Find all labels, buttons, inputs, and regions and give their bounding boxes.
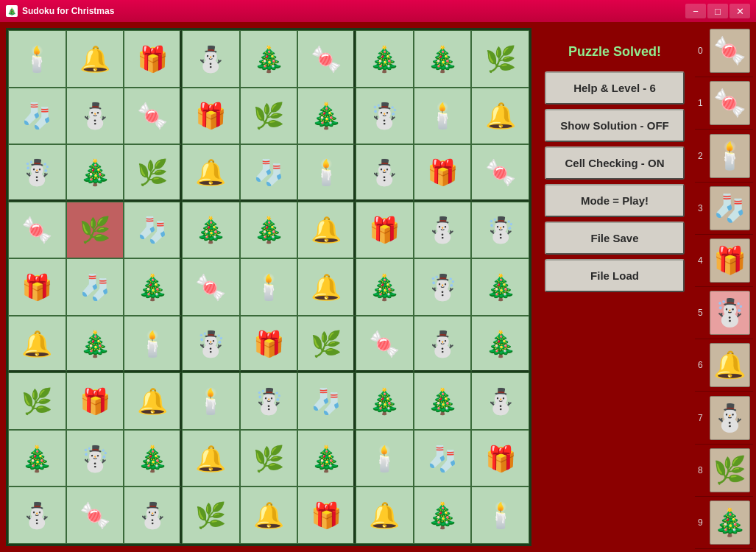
cell-6-4[interactable]: ☃️ [240, 372, 298, 430]
cell-0-4[interactable]: 🎄 [240, 30, 298, 88]
cell-0-6[interactable]: 🎄 [356, 30, 414, 88]
cell-8-5[interactable]: 🎁 [297, 486, 356, 544]
cell-2-6[interactable]: ⛄ [356, 144, 414, 202]
cell-1-1[interactable]: ⛄ [66, 88, 124, 145]
cell-8-0[interactable]: ⛄ [8, 486, 66, 544]
cell-6-8[interactable]: ⛄ [471, 372, 529, 430]
cell-4-7[interactable]: ☃️ [414, 258, 472, 316]
cell-5-7[interactable]: ⛄ [414, 316, 472, 373]
help-level-button[interactable]: Help & Level - 6 [545, 71, 685, 105]
cell-8-6[interactable]: 🔔 [356, 486, 414, 544]
cell-3-8[interactable]: ☃️ [471, 202, 529, 259]
cell-1-0[interactable]: 🧦 [8, 88, 66, 145]
file-load-button[interactable]: File Load [545, 259, 685, 292]
cell-0-8[interactable]: 🌿 [471, 30, 529, 88]
cell-5-3[interactable]: ☃️ [182, 316, 240, 373]
cell-1-2[interactable]: 🍬 [124, 88, 182, 145]
cell-8-7[interactable]: 🎄 [414, 486, 472, 544]
file-save-button[interactable]: File Save [545, 222, 685, 255]
cell-7-0[interactable]: 🎄 [8, 430, 66, 487]
cell-3-2[interactable]: 🧦 [124, 202, 182, 259]
cell-2-3[interactable]: 🔔 [182, 144, 240, 202]
cell-2-5[interactable]: 🕯️ [297, 144, 356, 202]
cell-2-2[interactable]: 🌿 [124, 144, 182, 202]
cell-checking-button[interactable]: Cell Checking - ON [545, 146, 685, 180]
cell-6-7[interactable]: 🎄 [414, 372, 472, 430]
side-icon-row-3[interactable]: 3🧦 [695, 183, 753, 235]
cell-2-4[interactable]: 🧦 [240, 144, 298, 202]
cell-7-8[interactable]: 🎁 [471, 430, 529, 487]
cell-1-4[interactable]: 🌿 [240, 88, 298, 145]
cell-8-2[interactable]: ⛄ [124, 486, 182, 544]
cell-4-1[interactable]: 🧦 [66, 258, 124, 316]
close-button[interactable]: ✕ [729, 4, 750, 18]
side-icon-row-1[interactable]: 1🍬 [695, 77, 753, 130]
cell-7-3[interactable]: 🔔 [182, 430, 240, 487]
cell-5-8[interactable]: 🎄 [471, 316, 529, 373]
cell-3-1[interactable]: 🌿 [66, 202, 124, 259]
cell-4-5[interactable]: 🔔 [297, 258, 356, 316]
cell-4-0[interactable]: 🎁 [8, 258, 66, 316]
side-icon-row-0[interactable]: 0🍬 [695, 25, 753, 77]
cell-3-0[interactable]: 🍬 [8, 202, 66, 259]
cell-1-3[interactable]: 🎁 [182, 88, 240, 145]
cell-6-2[interactable]: 🔔 [124, 372, 182, 430]
cell-4-2[interactable]: 🎄 [124, 258, 182, 316]
cell-7-1[interactable]: ☃️ [66, 430, 124, 487]
side-icon-row-7[interactable]: 7⛄ [695, 392, 753, 444]
cell-7-4[interactable]: 🌿 [240, 430, 298, 487]
cell-3-6[interactable]: 🎁 [356, 202, 414, 259]
cell-5-6[interactable]: 🍬 [356, 316, 414, 373]
cell-5-2[interactable]: 🕯️ [124, 316, 182, 373]
show-solution-button[interactable]: Show Solution - OFF [545, 109, 685, 142]
cell-0-0[interactable]: 🕯️ [8, 30, 66, 88]
cell-1-6[interactable]: ☃️ [356, 88, 414, 145]
cell-0-7[interactable]: 🎄 [414, 30, 472, 88]
cell-7-7[interactable]: 🧦 [414, 430, 472, 487]
cell-6-1[interactable]: 🎁 [66, 372, 124, 430]
cell-6-0[interactable]: 🌿 [8, 372, 66, 430]
cell-2-1[interactable]: 🎄 [66, 144, 124, 202]
cell-3-5[interactable]: 🔔 [297, 202, 356, 259]
cell-7-6[interactable]: 🕯️ [356, 430, 414, 487]
cell-5-5[interactable]: 🌿 [297, 316, 356, 373]
cell-7-5[interactable]: 🎄 [297, 430, 356, 487]
cell-8-1[interactable]: 🍬 [66, 486, 124, 544]
side-icon-row-4[interactable]: 4🎁 [695, 235, 753, 287]
cell-0-1[interactable]: 🔔 [66, 30, 124, 88]
cell-6-5[interactable]: 🧦 [297, 372, 356, 430]
cell-0-3[interactable]: ⛄ [182, 30, 240, 88]
cell-3-7[interactable]: ⛄ [414, 202, 472, 259]
cell-4-8[interactable]: 🎄 [471, 258, 529, 316]
cell-3-3[interactable]: 🎄 [182, 202, 240, 259]
cell-1-7[interactable]: 🕯️ [414, 88, 472, 145]
maximize-button[interactable]: □ [707, 4, 728, 18]
cell-8-4[interactable]: 🔔 [240, 486, 298, 544]
mode-play-button[interactable]: Mode = Play! [545, 184, 685, 217]
cell-2-0[interactable]: ☃️ [8, 144, 66, 202]
cell-2-8[interactable]: 🍬 [471, 144, 529, 202]
cell-5-1[interactable]: 🎄 [66, 316, 124, 373]
minimize-button[interactable]: − [685, 4, 706, 18]
cell-5-4[interactable]: 🎁 [240, 316, 298, 373]
cell-1-8[interactable]: 🔔 [471, 88, 529, 145]
cell-8-3[interactable]: 🌿 [182, 486, 240, 544]
cell-6-3[interactable]: 🕯️ [182, 372, 240, 430]
cell-4-4[interactable]: 🕯️ [240, 258, 298, 316]
cell-0-5[interactable]: 🍬 [297, 30, 356, 88]
cell-5-0[interactable]: 🔔 [8, 316, 66, 373]
cell-4-3[interactable]: 🍬 [182, 258, 240, 316]
side-icon-row-8[interactable]: 8🌿 [695, 445, 753, 497]
cell-8-8[interactable]: 🕯️ [471, 486, 529, 544]
side-icon-row-5[interactable]: 5☃️ [695, 287, 753, 339]
side-icon-row-6[interactable]: 6🔔 [695, 339, 753, 392]
cell-6-6[interactable]: 🎄 [356, 372, 414, 430]
cell-1-5[interactable]: 🎄 [297, 88, 356, 145]
cell-4-6[interactable]: 🎄 [356, 258, 414, 316]
side-icon-row-9[interactable]: 9🎄 [695, 497, 753, 549]
cell-0-2[interactable]: 🎁 [124, 30, 182, 88]
side-icon-row-2[interactable]: 2🕯️ [695, 130, 753, 182]
cell-2-7[interactable]: 🎁 [414, 144, 472, 202]
cell-7-2[interactable]: 🎄 [124, 430, 182, 487]
cell-3-4[interactable]: 🎄 [240, 202, 298, 259]
